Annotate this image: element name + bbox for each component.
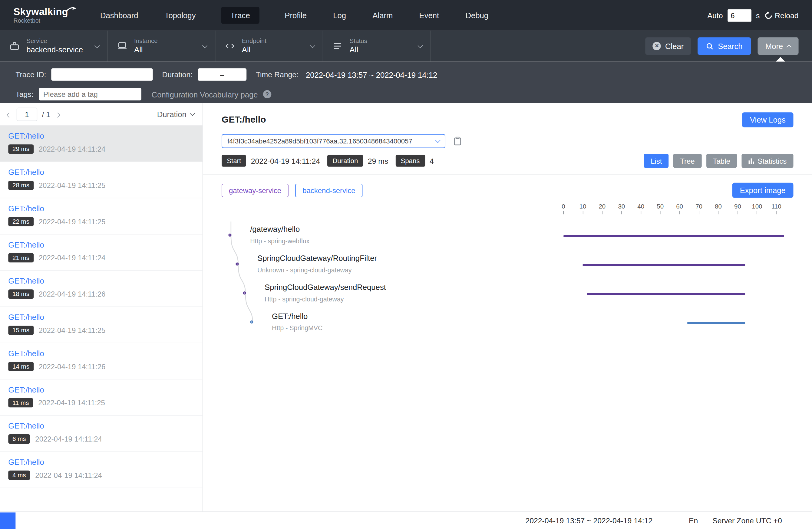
stat-start: Start2022-04-19 14:11:24 — [222, 155, 320, 166]
trace-title-link[interactable]: GET:/hello — [8, 168, 194, 176]
trace-title-link[interactable]: GET:/hello — [8, 458, 194, 466]
trace-list-item[interactable]: GET:/hello4 ms2022-04-19 14:11:24 — [0, 452, 203, 488]
view-logs-button[interactable]: View Logs — [742, 112, 793, 128]
time-range-label: Time Range: — [256, 71, 299, 79]
page-input[interactable] — [17, 107, 37, 121]
span-row[interactable]: GET:/helloHttp - SpringMVC — [222, 308, 793, 337]
axis-tick: 80 — [715, 203, 722, 215]
search-icon — [706, 42, 714, 50]
status-icon — [332, 41, 343, 51]
span-row[interactable]: SpringCloudGateway/sendRequestHttp - spr… — [222, 280, 793, 309]
brand-logo: Skywalking Rocketbot — [13, 7, 76, 24]
span-bar-track — [563, 251, 785, 280]
brand-subtitle: Rocketbot — [13, 17, 76, 24]
nav-item-log[interactable]: Log — [332, 7, 347, 24]
endpoint-icon — [224, 41, 235, 51]
trace-list-item[interactable]: GET:/hello11 ms2022-04-19 14:11:25 — [0, 380, 203, 416]
span-bar-track — [563, 308, 785, 337]
language-toggle[interactable]: En — [689, 516, 698, 525]
help-icon[interactable]: ? — [263, 90, 271, 98]
legend-gateway-service[interactable]: gateway-service — [222, 183, 289, 197]
axis-tick: 30 — [618, 203, 625, 215]
trace-title-link[interactable]: GET:/hello — [8, 349, 194, 358]
nav-item-alarm[interactable]: Alarm — [372, 7, 394, 24]
next-page-button[interactable] — [55, 108, 61, 120]
footer-accent-button[interactable] — [0, 512, 15, 529]
filter-instance-dropdown[interactable]: InstanceAll — [108, 31, 216, 62]
trace-timestamp: 2022-04-19 14:11:24 — [35, 435, 102, 443]
axis-tick: 110 — [771, 203, 781, 215]
more-button[interactable]: More — [757, 37, 798, 55]
trace-timestamp: 2022-04-19 14:11:25 — [39, 217, 106, 225]
trace-list-item[interactable]: GET:/hello14 ms2022-04-19 14:11:26 — [0, 343, 203, 380]
nav-item-event[interactable]: Event — [418, 7, 440, 24]
export-image-button[interactable]: Export image — [732, 183, 793, 198]
trace-list-item[interactable]: GET:/hello6 ms2022-04-19 14:11:24 — [0, 416, 203, 452]
axis-tick: 10 — [579, 203, 586, 215]
search-button[interactable]: Search — [698, 37, 751, 55]
filter-endpoint-dropdown[interactable]: EndpointAll — [216, 31, 323, 62]
duration-badge: 15 ms — [8, 326, 33, 335]
trace-list-item[interactable]: GET:/hello15 ms2022-04-19 14:11:25 — [0, 307, 203, 343]
copy-icon[interactable] — [453, 137, 461, 146]
trace-list-item[interactable]: GET:/hello28 ms2022-04-19 14:11:25 — [0, 162, 203, 198]
view-mode-table[interactable]: Table — [706, 154, 737, 168]
view-mode-switcher: ListTreeTableStatistics — [644, 154, 794, 168]
filter-label: Service — [26, 37, 83, 45]
nav-item-dashboard[interactable]: Dashboard — [99, 7, 139, 24]
trace-title-link[interactable]: GET:/hello — [8, 313, 194, 321]
nav-item-trace[interactable]: Trace — [221, 7, 259, 24]
auto-interval-input[interactable] — [727, 9, 752, 21]
duration-badge: 14 ms — [8, 362, 33, 371]
span-row[interactable]: /gateway/helloHttp - spring-webflux — [222, 222, 793, 251]
trace-list-item[interactable]: GET:/hello29 ms2022-04-19 14:11:24 — [0, 126, 203, 162]
trace-title-link[interactable]: GET:/hello — [8, 421, 194, 430]
trace-title-link[interactable]: GET:/hello — [8, 204, 194, 213]
trace-id-row: f4f3f3c34abe4252a89d5bf103f776aa.32.1650… — [222, 134, 793, 148]
prev-page-button[interactable] — [6, 108, 12, 120]
brand-name: Skywalking — [13, 7, 68, 17]
view-mode-list[interactable]: List — [644, 154, 669, 168]
chevron-down-icon — [202, 43, 207, 48]
span-duration-bar — [687, 322, 745, 324]
trace-list-item[interactable]: GET:/hello22 ms2022-04-19 14:11:25 — [0, 198, 203, 235]
view-mode-tree[interactable]: Tree — [673, 154, 701, 168]
clear-circle-x-icon: ✕ — [653, 42, 661, 50]
duration-badge: 21 ms — [8, 253, 33, 262]
nav-item-debug[interactable]: Debug — [464, 7, 489, 24]
reload-button[interactable]: Reload — [765, 11, 799, 19]
filter-selectors: Servicebackend-serviceInstanceAllEndpoin… — [0, 31, 431, 62]
filter-service-dropdown[interactable]: Servicebackend-service — [0, 31, 108, 62]
trace-list-panel: / 1 Duration GET:/hello29 ms2022-04-19 1… — [0, 103, 203, 512]
trace-title-link[interactable]: GET:/hello — [8, 131, 194, 140]
stat-spans: Spans4 — [395, 155, 434, 166]
trace-title-link[interactable]: GET:/hello — [8, 240, 194, 249]
trace-list-item[interactable]: GET:/hello18 ms2022-04-19 14:11:26 — [0, 271, 203, 307]
sort-dropdown[interactable]: Duration — [157, 110, 194, 119]
trace-title-link[interactable]: GET:/hello — [8, 385, 194, 394]
trace-list-item[interactable]: GET:/hello21 ms2022-04-19 14:11:24 — [0, 235, 203, 271]
legend-backend-service[interactable]: backend-service — [295, 183, 362, 197]
trace-stats-row: Start2022-04-19 14:11:24Duration29 msSpa… — [222, 154, 793, 168]
axis-tick: 90 — [734, 203, 741, 215]
span-node-icon — [250, 321, 253, 324]
trace-title-link[interactable]: GET:/hello — [8, 276, 194, 285]
clear-button[interactable]: ✕ Clear — [646, 37, 691, 55]
duration-input[interactable] — [198, 69, 246, 81]
trace-id-select[interactable]: f4f3f3c34abe4252a89d5bf103f776aa.32.1650… — [222, 134, 445, 148]
view-mode-statistics[interactable]: Statistics — [741, 154, 793, 168]
tags-input[interactable] — [39, 88, 141, 101]
server-zone[interactable]: Server Zone UTC +0 — [712, 516, 782, 525]
trace-id-input[interactable] — [51, 69, 153, 81]
filter-status-dropdown[interactable]: StatusAll — [323, 31, 431, 62]
nav-item-profile[interactable]: Profile — [284, 7, 308, 24]
vocabulary-link[interactable]: Configuration Vocabulary page — [152, 90, 258, 99]
stat-label-badge: Start — [222, 155, 246, 166]
nav-item-topology[interactable]: Topology — [163, 7, 197, 24]
time-range-value[interactable]: 2022-04-19 13:57 ~ 2022-04-19 14:12 — [306, 70, 437, 79]
page-total: / 1 — [42, 110, 50, 118]
span-row[interactable]: SpringCloudGateway/RoutingFilterUnknown … — [222, 251, 793, 280]
chevron-down-icon — [310, 43, 315, 48]
filter-value: All — [134, 45, 158, 55]
filter-label: Endpoint — [242, 37, 266, 45]
